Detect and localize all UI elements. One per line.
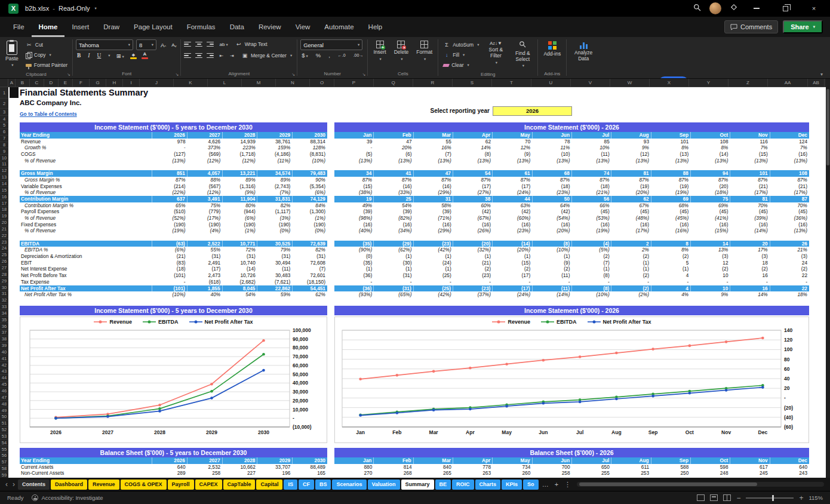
cell[interactable]: (11) xyxy=(572,151,611,158)
cell[interactable]: 14% xyxy=(453,145,493,151)
cell[interactable]: (2) xyxy=(453,266,493,272)
cell[interactable]: (2) xyxy=(572,253,611,260)
cell[interactable]: 10,771 xyxy=(223,241,258,247)
cell[interactable]: (93%) xyxy=(334,291,374,298)
col-header-cell[interactable]: Oct xyxy=(691,457,730,464)
cell[interactable]: (16) xyxy=(770,222,809,228)
column-header-E[interactable]: E xyxy=(59,79,73,87)
cell[interactable]: (65%) xyxy=(374,291,413,298)
align-top-icon[interactable] xyxy=(184,42,191,47)
cell[interactable]: 84% xyxy=(292,202,327,209)
cell[interactable]: (31) xyxy=(374,285,413,292)
cell[interactable]: (21) xyxy=(152,253,187,260)
cell[interactable]: (510) xyxy=(152,208,187,215)
cell[interactable]: 69 xyxy=(651,196,691,202)
cell[interactable]: (6%) xyxy=(222,215,257,222)
column-header-X[interactable]: X xyxy=(650,79,689,87)
analyze-data-button[interactable]: Analyze Data xyxy=(570,39,597,63)
cell[interactable]: (1) xyxy=(334,266,374,272)
align-center-icon[interactable] xyxy=(195,53,202,59)
cell[interactable]: 18 xyxy=(730,260,770,266)
cell[interactable]: 34 xyxy=(334,170,374,177)
decrease-decimal-button[interactable]: .00→ xyxy=(352,53,365,57)
cell[interactable]: (3) xyxy=(770,253,809,260)
cell[interactable]: 87 xyxy=(770,196,809,202)
diamond-icon[interactable] xyxy=(730,3,738,14)
zoom-level[interactable]: 115% xyxy=(809,494,823,501)
cell[interactable]: (42) xyxy=(493,208,532,215)
cell[interactable]: (1,316) xyxy=(222,183,257,190)
cell[interactable]: (24) xyxy=(414,260,453,266)
row-header-56[interactable]: 56 xyxy=(0,453,8,459)
cell[interactable]: - xyxy=(453,279,493,285)
cell[interactable]: (17) xyxy=(493,272,532,279)
cell[interactable]: (8) xyxy=(572,285,611,292)
cell[interactable]: (35) xyxy=(334,241,374,247)
row-header-22[interactable]: 22 xyxy=(0,232,8,239)
format-cells-button[interactable]: Format▾ xyxy=(414,39,435,62)
cell[interactable]: (13%) xyxy=(730,158,770,164)
page-layout-view-button[interactable] xyxy=(710,494,718,501)
cell[interactable]: (16) xyxy=(730,222,770,228)
cell[interactable]: (12%) xyxy=(187,189,223,196)
zoom-out-button[interactable]: − xyxy=(736,494,740,502)
cell[interactable]: (7) xyxy=(292,266,327,272)
cell[interactable]: (42) xyxy=(453,208,493,215)
cell[interactable]: (31) xyxy=(257,253,293,260)
cell[interactable]: 75 xyxy=(691,196,730,202)
row-header-28[interactable]: 28 xyxy=(0,271,8,278)
cell[interactable]: (3) xyxy=(730,253,770,260)
cell[interactable]: (31) xyxy=(374,272,413,279)
cell[interactable]: - xyxy=(770,279,809,285)
cell[interactable]: (27%) xyxy=(453,189,493,196)
col-header-cell[interactable]: Apr xyxy=(453,132,493,139)
cell[interactable]: 880 xyxy=(334,464,374,471)
line-chart-canvas[interactable]: (10,000)-10,00020,00030,00040,00050,0006… xyxy=(20,317,327,442)
row-header-15[interactable]: 15 xyxy=(0,187,8,193)
ribbon-tab-file[interactable]: File xyxy=(6,17,32,37)
cell[interactable]: (26%) xyxy=(453,228,493,234)
cell[interactable]: 30,494 xyxy=(257,260,293,266)
cell[interactable]: 70 xyxy=(493,139,532,145)
cell[interactable]: 30,525 xyxy=(257,241,293,247)
accounting-format-button[interactable]: $▾ xyxy=(300,52,309,59)
underline-button[interactable]: U xyxy=(96,53,102,59)
normal-view-button[interactable] xyxy=(697,494,705,501)
cell[interactable]: (23) xyxy=(453,272,493,279)
cell[interactable]: 851 xyxy=(152,170,187,177)
prev-sheet-icon[interactable]: ‹ xyxy=(4,480,10,488)
cell[interactable]: 69% xyxy=(690,202,730,209)
cell[interactable]: - xyxy=(374,279,413,285)
cell[interactable]: 87% xyxy=(152,177,187,183)
col-header-cell[interactable]: May xyxy=(493,132,532,139)
cell[interactable]: (42) xyxy=(532,208,571,215)
cell[interactable]: (1) xyxy=(611,260,651,266)
ribbon-tab-data[interactable]: Data xyxy=(223,17,251,37)
font-dialog-launcher[interactable]: ↘ xyxy=(176,72,179,77)
cell[interactable]: (42%) xyxy=(414,291,453,298)
cell[interactable]: (45%) xyxy=(651,215,690,222)
row-header-32[interactable]: 32 xyxy=(0,297,8,304)
cell[interactable]: 66% xyxy=(572,202,611,209)
cell[interactable]: (101) xyxy=(152,285,187,292)
cell[interactable]: (15) xyxy=(493,260,532,266)
paste-button[interactable]: Paste▾ xyxy=(3,39,21,69)
cell[interactable]: (12) xyxy=(611,151,651,158)
cell[interactable]: 196 xyxy=(257,470,293,477)
align-left-icon[interactable] xyxy=(184,53,191,59)
row-header-18[interactable]: 18 xyxy=(0,207,8,213)
cell[interactable]: 124 xyxy=(770,139,809,145)
clipboard-dialog-launcher[interactable]: ↘ xyxy=(67,72,70,77)
cell[interactable]: (20%) xyxy=(611,189,651,196)
zoom-in-button[interactable]: + xyxy=(799,494,803,502)
cell[interactable]: (62%) xyxy=(374,247,413,253)
ribbon-tab-page-layout[interactable]: Page Layout xyxy=(127,17,180,37)
bold-button[interactable]: B xyxy=(76,53,82,59)
copy-button[interactable]: Copy▾ xyxy=(24,50,69,60)
row-label[interactable]: % of Revenue xyxy=(20,189,152,196)
row-header-3[interactable]: 3 xyxy=(0,109,8,116)
cell[interactable]: (22%) xyxy=(152,189,187,196)
row-label[interactable]: Net Interest Expense xyxy=(20,266,152,272)
row-header-37[interactable]: 37 xyxy=(0,330,8,336)
percent-style-button[interactable]: % xyxy=(315,52,322,59)
